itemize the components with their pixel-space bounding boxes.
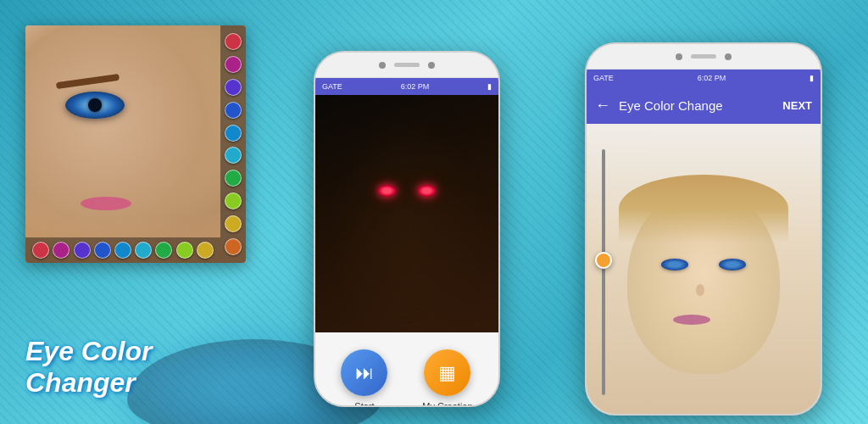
woman-nose: [696, 284, 704, 296]
status-bar-middle: GATE 6:02 PM ▮: [315, 78, 498, 95]
phone-right-camera-2: [725, 53, 732, 60]
color-lime[interactable]: [225, 192, 242, 209]
color-purple[interactable]: [225, 56, 242, 73]
right-battery: ▮: [810, 74, 814, 82]
back-button[interactable]: ←: [595, 97, 610, 114]
veil-overlay: [315, 95, 498, 332]
color-h5[interactable]: [114, 242, 131, 259]
phone-right-top-bezel: [587, 44, 821, 70]
face-simulation: [25, 25, 246, 263]
phone-right-screen: [587, 124, 821, 416]
phone-right: GATE 6:02 PM ▮ ← Eye Color Change NEXT: [585, 42, 822, 416]
start-button[interactable]: ⏭: [341, 349, 387, 396]
phone-speaker: [394, 63, 420, 67]
app-title-text: Eye Color Changer: [25, 336, 152, 399]
face-image: [25, 25, 246, 263]
color-h7[interactable]: [155, 242, 172, 259]
start-label: Start: [354, 401, 374, 407]
color-cyan[interactable]: [225, 147, 242, 164]
woman-face: [587, 124, 821, 416]
woman-hair: [619, 175, 788, 243]
woman-eye-left: [661, 259, 688, 271]
color-yellow[interactable]: [225, 215, 242, 232]
my-creation-button-container[interactable]: ▦ My Creation: [422, 349, 472, 407]
horizontal-color-palette: [25, 237, 220, 263]
color-green[interactable]: [225, 170, 242, 187]
my-creation-button[interactable]: ▦: [424, 349, 470, 396]
color-orange[interactable]: [225, 238, 242, 255]
phone-middle-screen: [315, 95, 498, 332]
color-light-blue[interactable]: [225, 125, 242, 142]
phone-middle: GATE 6:02 PM ▮ ⏭ Start ▦: [314, 51, 500, 407]
right-time: 6:02 PM: [698, 74, 726, 82]
status-bar-right: GATE 6:02 PM ▮: [587, 70, 821, 86]
woman-eye-right: [719, 259, 746, 271]
phone-bottom-area: ⏭ Start ▦ My Creation: [315, 332, 498, 407]
start-button-container[interactable]: ⏭ Start: [341, 349, 387, 407]
phone-middle-body: GATE 6:02 PM ▮ ⏭ Start ▦: [314, 51, 500, 407]
start-icon: ⏭: [355, 362, 374, 384]
next-button[interactable]: NEXT: [782, 99, 812, 112]
red-eye-left: [378, 185, 397, 197]
color-h9[interactable]: [197, 242, 214, 259]
woman-head: [627, 187, 780, 374]
color-h6[interactable]: [135, 242, 152, 259]
phone-top-bezel: [315, 53, 498, 78]
red-eyes: [378, 185, 437, 197]
color-blue[interactable]: [225, 102, 242, 119]
header-title: Eye Color Change: [619, 98, 774, 113]
red-eye-right: [418, 185, 437, 197]
color-indigo[interactable]: [225, 79, 242, 96]
color-h8[interactable]: [176, 242, 193, 259]
woman-lips: [673, 315, 710, 325]
battery-icon: ▮: [487, 82, 492, 91]
phone-camera-2: [428, 62, 435, 69]
color-red[interactable]: [225, 33, 242, 50]
right-carrier: GATE: [593, 74, 614, 82]
my-creation-label: My Creation: [422, 401, 472, 407]
color-h3[interactable]: [74, 242, 91, 259]
carrier-text: GATE: [322, 82, 342, 91]
app-title: Eye Color Changer: [25, 336, 152, 399]
left-face-panel: [25, 25, 246, 263]
app-header: ← Eye Color Change NEXT: [587, 86, 821, 124]
color-h4[interactable]: [94, 242, 111, 259]
phone-right-camera: [676, 53, 682, 60]
creation-icon: ▦: [438, 362, 456, 384]
phone-right-speaker: [691, 54, 716, 59]
color-h1[interactable]: [32, 242, 49, 259]
color-h2[interactable]: [53, 242, 70, 259]
vertical-color-palette: [220, 25, 246, 263]
phone-right-body: GATE 6:02 PM ▮ ← Eye Color Change NEXT: [585, 42, 822, 416]
time-text: 6:02 PM: [401, 82, 430, 91]
phone-camera: [379, 62, 386, 69]
